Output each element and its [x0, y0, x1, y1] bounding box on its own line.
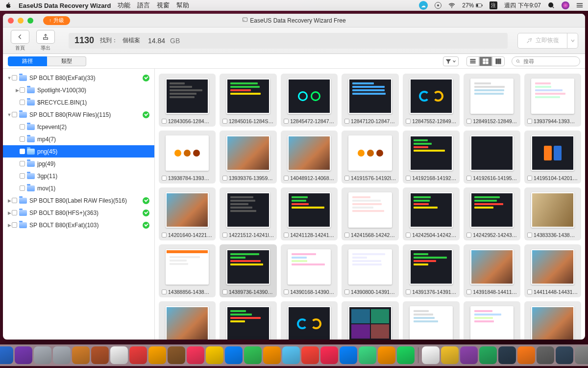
- dock-app[interactable]: [148, 346, 166, 364]
- thumbnail-checkbox[interactable]: [162, 119, 167, 124]
- thumbnail-cell[interactable]: 14191576-14192l…: [342, 131, 399, 184]
- dock-app[interactable]: [187, 346, 204, 364]
- dock-app[interactable]: [0, 346, 13, 364]
- thumbnail-checkbox[interactable]: [344, 289, 349, 294]
- tree-row[interactable]: ▶Spotlight-V100(30): [3, 84, 154, 96]
- thumbnail-cell[interactable]: 13939376-13959…: [220, 131, 277, 184]
- thumbnail-cell[interactable]: 14390168-14390…: [281, 244, 338, 297]
- dock-app[interactable]: [378, 346, 395, 364]
- search-input[interactable]: [522, 58, 576, 65]
- menu-item[interactable]: 功能: [118, 1, 130, 10]
- dock-app[interactable]: [282, 346, 300, 364]
- thumbnail-checkbox[interactable]: [406, 233, 411, 237]
- dock-app[interactable]: [53, 346, 71, 364]
- tree-row[interactable]: ▼SP BOLT B80(RAW Files)(115): [3, 108, 154, 121]
- tree-row[interactable]: 3gp(11): [3, 170, 154, 182]
- tree-row[interactable]: ▼SP BOLT B80(ExFat)(33): [3, 72, 154, 84]
- sync-status-icon[interactable]: ☁: [419, 1, 428, 10]
- disclosure-icon[interactable]: ▶: [15, 88, 20, 93]
- thumbnail-checkbox[interactable]: [222, 289, 227, 294]
- menu-item[interactable]: 語言: [137, 1, 150, 10]
- thumbnail-cell[interactable]: 14221512-14241l…: [220, 187, 277, 240]
- view-grid-button[interactable]: [479, 56, 492, 66]
- thumbnail-checkbox[interactable]: [527, 176, 532, 181]
- thumbnail-cell[interactable]: 14195104-14201…: [524, 131, 581, 184]
- thumbnail-checkbox[interactable]: [162, 176, 167, 181]
- thumbnail-cell[interactable]: 14390800-14391…: [342, 244, 399, 297]
- row-checkbox[interactable]: [20, 136, 25, 142]
- dock-app[interactable]: [422, 346, 440, 364]
- dock-app[interactable]: [537, 346, 554, 364]
- thumbnail-cell[interactable]: [281, 301, 338, 340]
- thumbnail-cell[interactable]: 12843056-1284…: [159, 74, 216, 127]
- dock-app[interactable]: [517, 346, 535, 364]
- dock-app[interactable]: [301, 346, 319, 364]
- row-checkbox[interactable]: [20, 87, 25, 93]
- thumbnail-checkbox[interactable]: [344, 119, 349, 124]
- row-checkbox[interactable]: [12, 75, 17, 80]
- dock-app[interactable]: [460, 346, 478, 364]
- thumbnail-checkbox[interactable]: [466, 233, 471, 237]
- dock-app[interactable]: [498, 346, 516, 364]
- dock-app[interactable]: [340, 346, 357, 364]
- export-button[interactable]: [36, 30, 55, 44]
- dock-app[interactable]: [15, 346, 32, 364]
- row-checkbox[interactable]: [12, 210, 17, 215]
- thumbnail-cell[interactable]: 12847120-12847…: [342, 74, 399, 127]
- row-checkbox[interactable]: [20, 173, 25, 179]
- screenrec-icon[interactable]: [435, 2, 441, 9]
- tab-type[interactable]: 類型: [47, 56, 86, 66]
- tree-row[interactable]: jpg(49): [3, 158, 154, 170]
- thumbnail-checkbox[interactable]: [284, 176, 289, 181]
- thumbnail-cell[interactable]: 14192616-14195…: [464, 131, 520, 184]
- disclosure-icon[interactable]: ▶: [7, 223, 12, 228]
- thumbnail-checkbox[interactable]: [466, 289, 471, 294]
- thumbnail-checkbox[interactable]: [222, 176, 227, 181]
- thumbnail-checkbox[interactable]: [406, 289, 411, 294]
- zoom-button[interactable]: [27, 18, 33, 24]
- dock-app[interactable]: [91, 346, 109, 364]
- thumbnail-cell[interactable]: 14391848-14411…: [464, 244, 520, 297]
- disclosure-icon[interactable]: ▶: [7, 210, 12, 215]
- dock-app[interactable]: [441, 346, 459, 364]
- thumbnail-cell[interactable]: 14241128-14241…: [281, 187, 338, 240]
- input-source-indicator[interactable]: 注: [490, 1, 497, 9]
- thumbnail-cell[interactable]: 13937944-1393…: [524, 74, 581, 127]
- thumbnail-cell[interactable]: [220, 301, 277, 340]
- thumbnail-checkbox[interactable]: [222, 233, 227, 237]
- thumbnail-checkbox[interactable]: [466, 119, 471, 124]
- row-checkbox[interactable]: [20, 124, 25, 130]
- row-checkbox[interactable]: [20, 161, 25, 166]
- thumbnail-checkbox[interactable]: [527, 233, 532, 237]
- menubar-app-name[interactable]: EaseUS Data Recovery Wizard: [19, 2, 111, 9]
- upgrade-button[interactable]: ↑ 升級: [43, 16, 70, 25]
- thumbnail-checkbox[interactable]: [162, 289, 167, 294]
- thumbnail-cell[interactable]: [159, 301, 216, 340]
- dock-app[interactable]: [110, 346, 128, 364]
- tree-row[interactable]: ▶SP BOLT B80(ExFat)(103): [3, 219, 154, 231]
- thumbnail-cell[interactable]: 14391376-14391…: [403, 244, 460, 297]
- thumbnail-cell[interactable]: 12849152-12849…: [464, 74, 520, 127]
- thumbnail-cell[interactable]: 14242952-14243…: [464, 187, 520, 240]
- disclosure-icon[interactable]: ▼: [7, 112, 12, 117]
- thumbnail-cell[interactable]: [403, 301, 460, 340]
- thumbnail-cell[interactable]: 14241568-14242…: [342, 187, 399, 240]
- row-checkbox[interactable]: [20, 149, 25, 154]
- siri-icon[interactable]: [562, 1, 569, 9]
- thumbnail-checkbox[interactable]: [162, 233, 167, 237]
- thumbnail-content[interactable]: 12843056-1284…12845016-1284S…12845472-12…: [155, 69, 585, 340]
- tree-row[interactable]: mov(1): [3, 182, 154, 194]
- dock-app[interactable]: [359, 346, 376, 364]
- disclosure-icon[interactable]: ▶: [7, 198, 12, 203]
- thumbnail-cell[interactable]: 14411448-14431…: [524, 244, 581, 297]
- view-list-button[interactable]: [466, 56, 479, 66]
- thumbnail-checkbox[interactable]: [284, 119, 289, 124]
- battery-indicator[interactable]: 27%: [462, 2, 483, 9]
- tab-path[interactable]: 路徑: [8, 56, 47, 66]
- dock-app[interactable]: [556, 346, 573, 364]
- tree-row[interactable]: png(45): [3, 145, 154, 158]
- thumbnail-cell[interactable]: 12845472-12847…: [281, 74, 338, 127]
- thumbnail-cell[interactable]: 14192168-14192…: [403, 131, 460, 184]
- thumbnail-checkbox[interactable]: [527, 289, 532, 294]
- tree-row[interactable]: mp4(7): [3, 133, 154, 145]
